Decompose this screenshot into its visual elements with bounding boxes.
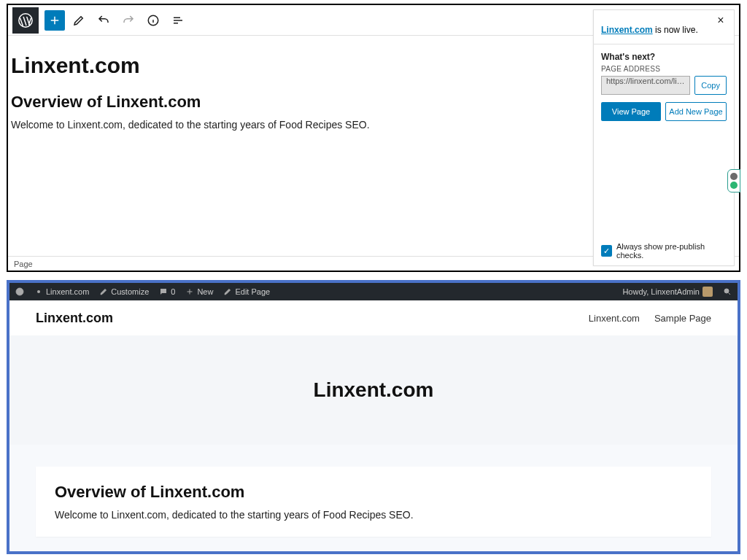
page-address-label: PAGE ADDRESS: [601, 65, 727, 73]
prepublish-label: Always show pre-publish checks.: [616, 242, 727, 260]
redo-button[interactable]: [117, 9, 139, 31]
outline-button[interactable]: [167, 9, 189, 31]
prepublish-checks-row[interactable]: ✓ Always show pre-publish checks.: [601, 242, 727, 260]
svg-point-4: [724, 289, 729, 293]
hero-section: Linxent.com: [9, 335, 738, 445]
divider: [594, 44, 734, 44]
site-main: Overview of Linxent.com Welcome to Linxe…: [9, 445, 738, 551]
nav-item-home[interactable]: Linxent.com: [589, 313, 640, 324]
adminbar-howdy[interactable]: Howdy, LinxentAdmin: [622, 287, 713, 297]
adminbar-edit-page-label: Edit Page: [235, 287, 270, 296]
adminbar-customize-label: Customize: [111, 287, 149, 296]
breadcrumb[interactable]: Page: [14, 260, 33, 268]
nav-item-sample[interactable]: Sample Page: [654, 313, 711, 324]
card-heading: Overview of Linxent.com: [55, 483, 692, 502]
avatar-icon: [703, 287, 713, 297]
post-publish-actions: View Page Add New Page: [601, 102, 727, 121]
edit-tool-button[interactable]: [68, 9, 90, 31]
adminbar-howdy-label: Howdy, LinxentAdmin: [622, 287, 700, 296]
card-body: Welcome to Linxent.com, dedicated to the…: [55, 509, 692, 521]
publish-message: Linxent.com is now live.: [601, 25, 727, 35]
copy-button[interactable]: Copy: [694, 76, 727, 95]
svg-point-3: [37, 290, 40, 293]
live-site-window: Linxent.com Customize 0 New Edit Page Ho…: [7, 280, 740, 554]
wordpress-logo-icon[interactable]: [12, 7, 39, 34]
adminbar-edit-page[interactable]: Edit Page: [223, 287, 270, 296]
floating-widget-icon[interactable]: [727, 169, 740, 192]
block-editor-window: Linxent.com Overview of Linxent.com Welc…: [7, 4, 740, 272]
checkbox-checked-icon[interactable]: ✓: [601, 245, 612, 257]
adminbar-new-label: New: [197, 287, 213, 296]
adminbar-wp-logo[interactable]: [15, 287, 24, 296]
view-page-button[interactable]: View Page: [601, 102, 661, 121]
hero-title: Linxent.com: [314, 378, 434, 402]
whats-next-heading: What's next?: [601, 52, 727, 62]
adminbar-comments[interactable]: 0: [159, 287, 175, 296]
adminbar-customize[interactable]: Customize: [99, 287, 149, 296]
insert-block-button[interactable]: [44, 10, 65, 31]
live-suffix: is now live.: [653, 25, 698, 35]
adminbar-site-name[interactable]: Linxent.com: [34, 287, 89, 296]
adminbar-new[interactable]: New: [185, 287, 213, 296]
page-address-row: https://linxent.com/linxent... Copy: [601, 76, 727, 95]
wp-admin-bar: Linxent.com Customize 0 New Edit Page Ho…: [9, 283, 738, 300]
site-link[interactable]: Linxent.com: [601, 25, 653, 35]
close-icon[interactable]: ×: [713, 15, 728, 29]
undo-button[interactable]: [93, 9, 115, 31]
adminbar-comments-count: 0: [171, 287, 175, 296]
adminbar-site-name-label: Linxent.com: [46, 287, 89, 296]
add-new-page-button[interactable]: Add New Page: [665, 102, 727, 121]
adminbar-search-icon[interactable]: [723, 287, 732, 296]
site-title[interactable]: Linxent.com: [36, 311, 113, 326]
post-publish-panel: × Linxent.com is now live. What's next? …: [593, 9, 735, 266]
svg-point-2: [16, 288, 23, 295]
info-button[interactable]: [142, 9, 164, 31]
content-card: Overview of Linxent.com Welcome to Linxe…: [36, 467, 711, 537]
site-header: Linxent.com Linxent.com Sample Page: [9, 300, 738, 335]
site-nav: Linxent.com Sample Page: [589, 313, 711, 324]
page-address-field[interactable]: https://linxent.com/linxent...: [601, 76, 690, 95]
